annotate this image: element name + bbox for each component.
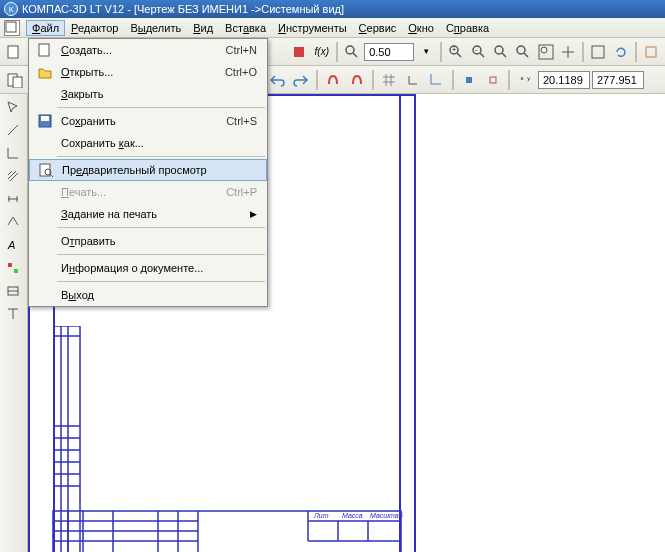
new-icon bbox=[37, 42, 53, 58]
menu-item-exit[interactable]: Выход bbox=[29, 284, 267, 306]
menu-item-info[interactable]: Информация о документе... bbox=[29, 257, 267, 279]
fx-button[interactable]: f(x) bbox=[312, 41, 332, 63]
menu-item-close[interactable]: Закрыть bbox=[29, 83, 267, 105]
menu-window[interactable]: Окно bbox=[402, 20, 440, 36]
menu-help[interactable]: Справка bbox=[440, 20, 495, 36]
tool-edit[interactable] bbox=[2, 257, 24, 279]
new-button[interactable] bbox=[4, 41, 24, 63]
svg-line-11 bbox=[480, 53, 484, 57]
rotate-button[interactable] bbox=[641, 41, 661, 63]
redo-button[interactable] bbox=[290, 69, 312, 91]
menu-label: Сохранить как... bbox=[57, 137, 263, 149]
menu-label: Выход bbox=[57, 289, 263, 301]
menu-insert[interactable]: Вставка bbox=[219, 20, 272, 36]
doc-options-button[interactable] bbox=[4, 69, 26, 91]
tool-dim[interactable] bbox=[2, 188, 24, 210]
snap-mid-button[interactable] bbox=[458, 69, 480, 91]
svg-text:-: - bbox=[475, 46, 478, 53]
save-icon bbox=[37, 113, 53, 129]
redraw-button[interactable] bbox=[610, 41, 630, 63]
svg-line-46 bbox=[10, 173, 18, 181]
zoom-all-button[interactable] bbox=[536, 41, 556, 63]
tool-param[interactable] bbox=[2, 280, 24, 302]
snap-end-button[interactable] bbox=[482, 69, 504, 91]
svg-line-8 bbox=[457, 53, 461, 57]
grid-button[interactable] bbox=[378, 69, 400, 91]
menu-label: Открыть... bbox=[57, 66, 225, 78]
tool-angle[interactable] bbox=[2, 142, 24, 164]
menu-label: Создать... bbox=[57, 44, 226, 56]
menu-item-save[interactable]: Сохранить Ctrl+S bbox=[29, 110, 267, 132]
zoom-dropdown[interactable]: ▼ bbox=[416, 41, 436, 63]
coord-y-input[interactable] bbox=[592, 71, 644, 89]
menu-file[interactable]: Файл bbox=[26, 20, 65, 36]
zoom-in-button[interactable]: + bbox=[446, 41, 466, 63]
menu-item-new[interactable]: Создать... Ctrl+N bbox=[29, 39, 267, 61]
menu-tools[interactable]: Инструменты bbox=[272, 20, 353, 36]
menu-label: Задание на печать bbox=[57, 208, 250, 220]
snap-button-1[interactable] bbox=[322, 69, 344, 91]
tool-line[interactable] bbox=[2, 119, 24, 141]
zoom-out-button[interactable]: - bbox=[469, 41, 489, 63]
svg-line-44 bbox=[8, 171, 12, 175]
svg-point-5 bbox=[346, 46, 354, 54]
svg-rect-0 bbox=[6, 22, 16, 32]
menu-item-print-task[interactable]: Задание на печать ▶ bbox=[29, 203, 267, 225]
menu-item-preview[interactable]: Предварительный просмотр bbox=[29, 159, 267, 181]
menu-view[interactable]: Вид bbox=[187, 20, 219, 36]
coord-x-input[interactable] bbox=[538, 71, 590, 89]
menu-shortcut: Ctrl+N bbox=[226, 44, 263, 56]
svg-text:A: A bbox=[7, 239, 15, 251]
tool-text[interactable]: A bbox=[2, 234, 24, 256]
undo-button[interactable] bbox=[266, 69, 288, 91]
menu-label: Закрыть bbox=[57, 88, 263, 100]
snap-button-2[interactable] bbox=[346, 69, 368, 91]
svg-rect-1 bbox=[8, 46, 18, 58]
svg-rect-51 bbox=[8, 263, 12, 267]
menu-edit[interactable]: Редактор bbox=[65, 20, 124, 36]
svg-line-41 bbox=[8, 125, 18, 135]
menu-item-send[interactable]: Отправить bbox=[29, 230, 267, 252]
menu-item-open[interactable]: Открыть... Ctrl+O bbox=[29, 61, 267, 83]
tool-measure[interactable] bbox=[2, 303, 24, 325]
submenu-arrow: ▶ bbox=[250, 209, 263, 219]
menu-separator bbox=[57, 281, 265, 282]
menu-item-saveas[interactable]: Сохранить как... bbox=[29, 132, 267, 154]
svg-line-6 bbox=[353, 53, 357, 57]
stop-button[interactable] bbox=[289, 41, 309, 63]
title-doc: [Чертеж БЕЗ ИМЕНИ1 ->Системный вид] bbox=[134, 3, 344, 15]
svg-rect-52 bbox=[14, 269, 18, 273]
zoom-window-button[interactable] bbox=[491, 41, 511, 63]
zoom-input[interactable] bbox=[364, 43, 414, 61]
view-prev-button[interactable] bbox=[588, 41, 608, 63]
doc-icon[interactable] bbox=[4, 20, 20, 36]
menu-shortcut: Ctrl+O bbox=[225, 66, 263, 78]
open-icon bbox=[37, 64, 53, 80]
menu-service[interactable]: Сервис bbox=[353, 20, 403, 36]
svg-point-15 bbox=[517, 46, 525, 54]
svg-rect-35 bbox=[39, 44, 49, 56]
menu-separator bbox=[57, 107, 265, 108]
tool-hatch[interactable] bbox=[2, 165, 24, 187]
file-menu-dropdown: Создать... Ctrl+N Открыть... Ctrl+O Закр… bbox=[28, 38, 268, 307]
app-icon: К bbox=[4, 2, 18, 16]
menu-shortcut: Ctrl+S bbox=[226, 115, 263, 127]
svg-rect-34 bbox=[490, 77, 496, 83]
svg-point-18 bbox=[541, 47, 547, 53]
svg-line-16 bbox=[524, 53, 528, 57]
local-cs-button[interactable] bbox=[426, 69, 448, 91]
tool-rough[interactable] bbox=[2, 211, 24, 233]
tb-scale: Масштаб bbox=[370, 512, 404, 519]
zoom-fit-button[interactable] bbox=[342, 41, 362, 63]
svg-rect-38 bbox=[40, 164, 50, 176]
tool-arrow[interactable] bbox=[2, 96, 24, 118]
menu-label: Сохранить bbox=[57, 115, 226, 127]
zoom-prev-button[interactable] bbox=[513, 41, 533, 63]
xy-label: ˣ ʸ bbox=[514, 69, 536, 91]
ortho-button[interactable] bbox=[402, 69, 424, 91]
menubar: Файл Редактор Выделить Вид Вставка Инстр… bbox=[0, 18, 665, 38]
title-doc: - bbox=[124, 3, 134, 15]
svg-rect-37 bbox=[41, 116, 49, 121]
menu-select[interactable]: Выделить bbox=[124, 20, 187, 36]
pan-button[interactable] bbox=[558, 41, 578, 63]
